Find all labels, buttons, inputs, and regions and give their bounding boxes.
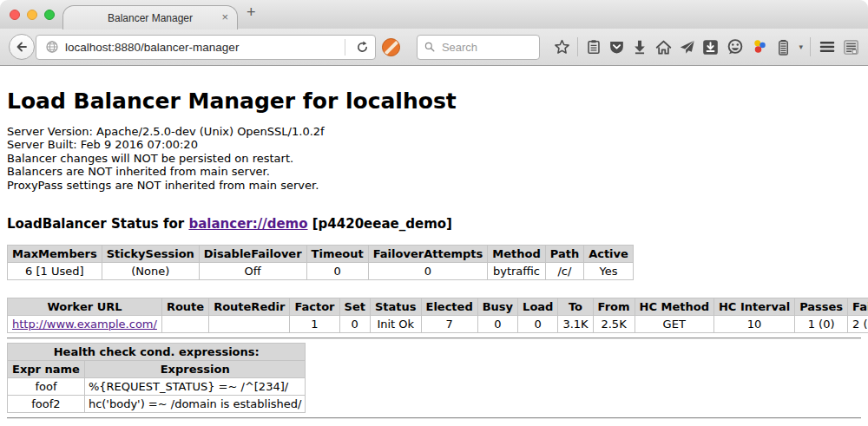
route-cell	[161, 316, 208, 333]
search-input[interactable]	[440, 40, 532, 55]
table-row: 6 [1 Used] (None) Off 0 0 bytraffic /c/ …	[8, 263, 634, 280]
paper-plane-icon	[679, 39, 695, 56]
battery-extension-button[interactable]	[775, 39, 792, 56]
column-header: Active	[584, 246, 634, 263]
grid-extension-icon	[843, 39, 859, 56]
search-icon	[424, 41, 435, 53]
overflow-caret-icon[interactable]: ▾	[799, 43, 803, 51]
column-header: Expr name	[8, 361, 85, 378]
content-blocked-extension-icon[interactable]	[382, 38, 400, 56]
column-header: Path	[545, 246, 583, 263]
disablefailover-cell: Off	[199, 263, 306, 280]
column-header: Load	[518, 298, 558, 316]
column-header: Set	[339, 298, 370, 316]
table-caption-row: Health check cond. expressions:	[8, 344, 306, 361]
status-prefix: LoadBalancer Status for	[7, 216, 188, 232]
bookmark-star-button[interactable]	[554, 39, 570, 56]
emoji-extension-button[interactable]	[727, 38, 744, 56]
new-tab-button[interactable]: +	[247, 3, 256, 22]
tab-title: Balancer Manager	[108, 12, 193, 24]
grid-extension-button[interactable]	[843, 39, 859, 56]
expression-cell: %{REQUEST_STATUS} =~ /^[234]/	[84, 378, 306, 396]
expr-name-cell: foof2	[8, 396, 85, 413]
expr-name-cell: foof	[8, 378, 85, 396]
home-button[interactable]	[655, 39, 672, 56]
method-cell: bytraffic	[488, 263, 545, 280]
send-tab-button[interactable]	[679, 39, 695, 56]
toolbar-divider	[810, 37, 811, 56]
column-header: Status	[370, 298, 421, 316]
url-bar[interactable]: localhost:8880/balancer-manager	[36, 35, 376, 60]
colored-dots-icon	[751, 38, 768, 56]
back-arrow-icon	[15, 40, 29, 54]
stickysession-cell: (None)	[102, 263, 199, 280]
column-header: DisableFailover	[199, 246, 306, 263]
table-header-row: Expr name Expression	[8, 361, 306, 378]
zoom-window-button[interactable]	[44, 10, 55, 20]
reading-list-button[interactable]	[586, 39, 602, 55]
page-bottom-divider	[7, 417, 861, 419]
back-button[interactable]	[9, 34, 35, 60]
column-header: Method	[488, 246, 545, 263]
status-cell: Init Ok	[370, 316, 421, 333]
video-download-extension-button[interactable]	[702, 39, 719, 56]
set-cell: 0	[339, 316, 370, 333]
toolbar-buttons: ▾	[546, 37, 859, 56]
table-header-row: MaxMembers StickySession DisableFailover…	[8, 246, 634, 263]
tab-close-icon[interactable]: ×	[221, 10, 228, 24]
column-header: Worker URL	[8, 298, 162, 316]
server-info: Server Version: Apache/2.5.0-dev (Unix) …	[7, 125, 861, 192]
column-header: Route	[161, 298, 208, 316]
column-header: RouteRedir	[209, 298, 290, 316]
download-arrow-icon	[632, 39, 648, 55]
health-table-caption: Health check cond. expressions:	[8, 344, 306, 361]
table-row: foof2 hc('body') =~ /domain is establish…	[8, 396, 306, 413]
site-identity-globe-icon	[45, 40, 59, 54]
menu-button[interactable]	[819, 38, 836, 56]
table-header-row: Worker URL Route RouteRedir Factor Set S…	[8, 298, 868, 316]
hc-method-cell: GET	[635, 316, 713, 333]
load-cell: 0	[518, 316, 558, 333]
balancer-settings-table: MaxMembers StickySession DisableFailover…	[7, 245, 634, 280]
search-bar[interactable]	[417, 35, 540, 60]
reload-icon	[356, 41, 369, 54]
toolbar-divider	[577, 37, 578, 56]
colored-dots-extension-button[interactable]	[751, 38, 768, 56]
url-text[interactable]: localhost:8880/balancer-manager	[65, 41, 339, 54]
home-icon	[655, 39, 672, 56]
page-title: Load Balancer Manager for localhost	[7, 88, 861, 114]
column-header: From	[593, 298, 635, 316]
downloads-button[interactable]	[632, 39, 648, 55]
health-check-table: Health check cond. expressions: Expr nam…	[7, 343, 306, 413]
close-window-button[interactable]	[10, 10, 20, 20]
reload-button[interactable]	[352, 36, 372, 57]
column-header: Elected	[421, 298, 477, 316]
column-header: Busy	[477, 298, 517, 316]
from-cell: 2.5K	[593, 316, 635, 333]
tab-balancer-manager[interactable]: Balancer Manager ×	[62, 5, 238, 29]
column-header: Passes	[795, 298, 848, 316]
passes-cell: 1 (0)	[795, 316, 848, 333]
timeout-cell: 0	[306, 263, 368, 280]
worker-row: http://www.example.com/ 1 0 Init Ok 7 0 …	[8, 316, 868, 333]
column-header: FailoverAttempts	[368, 246, 488, 263]
navigation-toolbar: localhost:8880/balancer-manager	[0, 29, 868, 66]
inherit-note-line: Balancers are NOT inherited from main se…	[7, 165, 861, 178]
failoverattempts-cell: 0	[368, 263, 488, 280]
pocket-icon	[608, 39, 625, 56]
column-header: Timeout	[306, 246, 368, 263]
page-content: Load Balancer Manager for localhost Serv…	[0, 66, 868, 425]
boxed-download-icon	[702, 39, 719, 56]
smiley-icon	[727, 38, 744, 56]
factor-cell: 1	[290, 316, 339, 333]
balancer-status-heading: LoadBalancer Status for balancer://demo …	[7, 216, 861, 232]
minimize-window-button[interactable]	[27, 10, 37, 20]
routeredir-cell	[209, 316, 290, 333]
worker-url-cell: http://www.example.com/	[8, 316, 162, 333]
balancer-demo-link[interactable]: balancer://demo	[188, 216, 307, 232]
elected-cell: 7	[421, 316, 477, 333]
table-row: foof %{REQUEST_STATUS} =~ /^[234]/	[8, 378, 306, 396]
pocket-button[interactable]	[608, 39, 625, 56]
worker-url-link[interactable]: http://www.example.com/	[12, 318, 157, 331]
urlbar-divider	[345, 39, 345, 56]
